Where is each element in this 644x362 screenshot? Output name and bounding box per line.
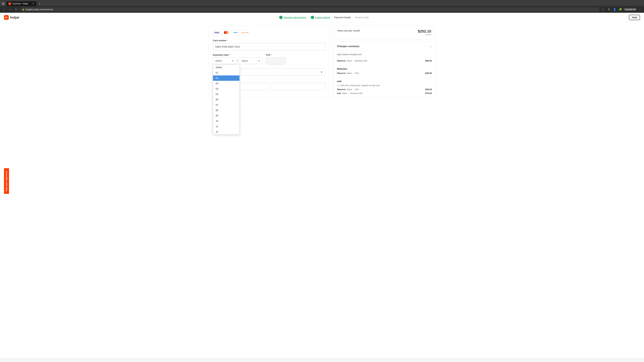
changes-line-left-1: Observe Basic → Business 500 — [337, 59, 367, 62]
browser-toolbar: ← → ↻ 🔒 insights.hotjar.com/checkout ☆ ⬇… — [0, 6, 644, 13]
amex-label: AMEX — [234, 32, 238, 33]
required-star-expiry: * — [229, 54, 230, 56]
month-option-05[interactable]: 05 — [213, 91, 240, 97]
card-number-input[interactable] — [213, 43, 325, 50]
manage-check-icon: ✓ — [279, 16, 282, 19]
cost-label: New cost per month — [338, 29, 360, 32]
bookmark-icon[interactable]: ☆ — [601, 7, 606, 12]
month-option-select[interactable]: Select — [213, 65, 240, 70]
month-option-12[interactable]: 12 — [213, 129, 240, 134]
main-layout: VISA AMEX DISCOVER Card numb — [204, 22, 440, 101]
required-star-cvc: * — [271, 54, 272, 56]
menu-icon[interactable]: ⋮ — [638, 7, 642, 12]
websites-title: Websites — [337, 67, 432, 70]
cost-value: $252.10 — [418, 29, 431, 33]
changes-line-websites-left: Observe Basic → Plus — [337, 72, 359, 74]
postal-input-2[interactable] — [270, 83, 325, 90]
forward-button[interactable]: → — [8, 7, 12, 12]
feedback-tab[interactable]: Rate your experience — [4, 168, 9, 194]
month-option-01[interactable]: 01 — [213, 70, 240, 75]
svg-marker-0 — [2, 3, 4, 4]
top-nav: hj hotjar ✓ Manage subscriptions › ✓ Inv… — [0, 13, 644, 22]
toolbar-actions: ☆ ⬇ 👤 🧩 Incognito (3) ⋮ — [601, 7, 642, 12]
tab-close-button[interactable]: ✕ — [32, 2, 34, 5]
incognito-badge[interactable]: Incognito (3) — [624, 8, 636, 11]
discount-row: 🏷 10% off on lowest plan. Applied on tot… — [337, 84, 432, 87]
side-panel: New cost per month $252.10 /month Change… — [334, 26, 435, 98]
address-bar[interactable]: 🔒 insights.hotjar.com/checkout — [20, 7, 600, 11]
year-select-wrapper: Select ▼ — [239, 57, 262, 64]
invoice-check-icon: ✓ — [311, 16, 314, 19]
arrow-web-2: Basic → Business 500 — [342, 92, 362, 94]
back-button[interactable]: ← — [2, 7, 6, 12]
changes-chevron-icon: ⌄ — [429, 44, 432, 48]
changes-line-web-left-1: Observe Basic → Plus — [337, 88, 359, 91]
year-select-value: Select — [242, 59, 248, 62]
month-chevron-icon: ▼ — [232, 60, 234, 62]
month-dropdown: Select 01 02 03 04 05 06 07 08 09 10 — [213, 64, 240, 135]
help-button[interactable]: Help — [629, 15, 640, 20]
page-wrapper: hj hotjar ✓ Manage subscriptions › ✓ Inv… — [0, 13, 644, 358]
product-observe-web: Observe — [337, 88, 346, 91]
postal-group-2 — [270, 79, 325, 90]
expiry-group: Expiration date * Select ▼ Select 01 — [213, 54, 262, 64]
new-tab-button[interactable]: + — [37, 1, 42, 6]
changes-line-websites-1: Observe Basic → Plus $39.00 — [337, 72, 432, 74]
breadcrumb-invoice[interactable]: ✓ Invoice details — [311, 16, 330, 19]
breadcrumb-manage[interactable]: ✓ Manage subscriptions — [279, 16, 306, 19]
changes-title: Changes summary — [337, 45, 360, 48]
mc-circles — [224, 31, 228, 34]
month-option-02[interactable]: 02 — [213, 75, 240, 81]
month-select-button[interactable]: Select ▼ — [213, 57, 236, 64]
expiry-cvc-row: Expiration date * Select ▼ Select 01 — [213, 54, 325, 64]
card-number-label: Card number * — [213, 39, 325, 42]
breadcrumb-review-label: Review order — [355, 16, 369, 19]
changes-body: https://admin.shopify.com/ Observe Basic… — [334, 51, 435, 98]
card-icons: VISA AMEX DISCOVER — [213, 30, 325, 35]
changes-section-web: web 🏷 10% off on lowest plan. Applied on… — [337, 78, 432, 98]
profile-icon[interactable]: 👤 — [612, 7, 617, 12]
month-option-11[interactable]: 11 — [213, 124, 240, 129]
cvc-group: CVC * — [266, 54, 286, 64]
changes-url: https://admin.shopify.com/ — [337, 51, 432, 57]
month-select-value: Select — [215, 59, 222, 62]
lock-icon: 🔒 — [22, 8, 24, 10]
discover-icon: DISCOVER — [241, 30, 249, 35]
form-area: VISA AMEX DISCOVER Card numb — [209, 26, 330, 98]
mc-circle-orange — [226, 31, 228, 34]
year-select-button[interactable]: Select ▼ — [239, 57, 262, 64]
month-option-07[interactable]: 07 — [213, 102, 240, 108]
month-option-10[interactable]: 10 — [213, 118, 240, 124]
breadcrumb-arrow-1: › — [308, 16, 309, 19]
active-tab[interactable]: H Checkout - Hotjar ✕ — [6, 1, 36, 6]
product-observe-websites: Observe — [337, 72, 346, 74]
svg-text:hj: hj — [5, 17, 7, 18]
changes-section-observe: Observe Basic → Business 500 $99.00 — [337, 57, 432, 65]
price-observe-web: $39.00 — [425, 88, 432, 91]
month-option-04[interactable]: 04 — [213, 86, 240, 91]
month-option-09[interactable]: 09 — [213, 113, 240, 118]
download-icon[interactable]: ⬇ — [606, 7, 611, 12]
changes-header[interactable]: Changes summary ⌄ — [334, 41, 435, 51]
reload-button[interactable]: ↻ — [14, 7, 18, 12]
url-text: insights.hotjar.com/checkout — [26, 8, 53, 11]
changes-line-observe-1: Observe Basic → Business 500 $99.00 — [337, 59, 432, 62]
month-option-06[interactable]: 06 — [213, 97, 240, 102]
tab-favicon: H — [8, 2, 11, 5]
breadcrumb-manage-label: Manage subscriptions — [284, 16, 306, 19]
cost-card: New cost per month $252.10 /month — [334, 26, 435, 39]
month-option-03[interactable]: 03 — [213, 81, 240, 86]
browser-tabs: H Checkout - Hotjar ✕ + — [0, 0, 644, 6]
month-option-08[interactable]: 08 — [213, 108, 240, 113]
changes-line-web-2: Ask Basic → Business 500 $79.00 — [337, 92, 432, 94]
visa-card-icon: VISA — [213, 30, 221, 35]
cvc-input[interactable] — [266, 57, 286, 64]
logo-icon: hj — [4, 15, 9, 20]
breadcrumb-payment: Payment details — [334, 16, 351, 19]
mastercard-icon — [222, 30, 230, 35]
tab-group-button[interactable] — [1, 2, 5, 5]
logo-area: hj hotjar — [4, 15, 20, 20]
web-title: web — [337, 80, 432, 83]
extensions-icon[interactable]: 🧩 — [618, 7, 623, 12]
changes-line-web-left-2: Ask Basic → Business 500 — [337, 92, 362, 94]
